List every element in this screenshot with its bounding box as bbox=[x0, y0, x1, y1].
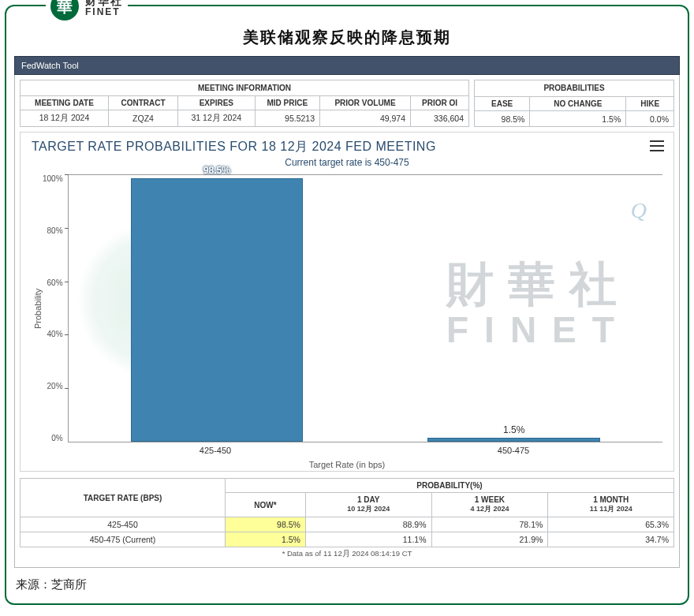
p-h-ease: EASE bbox=[475, 96, 530, 111]
chart-subtitle: Current target rate is 450-475 bbox=[32, 157, 662, 168]
p-ease: 98.5% bbox=[475, 111, 530, 127]
x-tick-label: 450-475 bbox=[364, 442, 662, 455]
bar-slot: 1.5% bbox=[365, 174, 662, 442]
page-title: 美联储观察反映的降息预期 bbox=[14, 27, 680, 48]
meeting-info-header: MEETING INFORMATION bbox=[21, 80, 469, 96]
ytick: 80% bbox=[47, 226, 63, 235]
probabilities-header: PROBABILITIES bbox=[475, 80, 674, 97]
pm-row-label: 425-450 bbox=[21, 517, 226, 532]
pm-col: 1 MONTH11 11月 2024 bbox=[548, 493, 674, 517]
pm-col-header: PROBABILITY(%) bbox=[226, 479, 674, 493]
pm-cell: 65.3% bbox=[548, 517, 674, 532]
meeting-info-table: MEETING INFORMATION MEETING DATE CONTRAC… bbox=[20, 80, 469, 127]
bar-value-label: 98.5% bbox=[203, 165, 230, 176]
ytick: 0% bbox=[51, 434, 62, 442]
pm-row-header: TARGET RATE (BPS) bbox=[21, 479, 226, 517]
bar-value-label: 1.5% bbox=[503, 424, 524, 435]
bars: 98.5%1.5% bbox=[69, 174, 662, 442]
logo-en: FINET bbox=[85, 7, 123, 17]
pm-row: 450-475 (Current)1.5%11.1%21.9%34.7% bbox=[21, 532, 674, 547]
y-axis-label: Probability bbox=[32, 174, 43, 442]
p-row: 98.5% 1.5% 0.0% bbox=[475, 111, 674, 127]
probabilities-table: PROBABILITIES EASE NO CHANGE HIKE 98.5% … bbox=[474, 80, 674, 127]
pm-cell: 11.1% bbox=[305, 532, 431, 547]
pm-col: 1 WEEK4 12月 2024 bbox=[431, 493, 548, 517]
x-axis-label: Target Rate (in bps) bbox=[32, 460, 662, 469]
chart-grid: 財華社 FINET Q 98.5%1.5% bbox=[68, 174, 662, 442]
tool-panel: MEETING INFORMATION MEETING DATE CONTRAC… bbox=[14, 75, 680, 568]
mi-pvol: 49,974 bbox=[320, 110, 411, 127]
mi-date: 18 12月 2024 bbox=[21, 110, 109, 127]
pm-row-label: 450-475 (Current) bbox=[21, 532, 226, 547]
mi-mid: 95.5213 bbox=[255, 110, 319, 127]
mi-poi: 336,604 bbox=[411, 110, 469, 127]
top-tables-row: MEETING INFORMATION MEETING DATE CONTRAC… bbox=[20, 80, 674, 127]
pm-cell: 1.5% bbox=[226, 532, 306, 547]
pm-cell: 34.7% bbox=[548, 532, 674, 547]
mi-h-mid: MID PRICE bbox=[255, 96, 319, 110]
pm-cell: 78.1% bbox=[431, 517, 548, 532]
pm-cell: 88.9% bbox=[305, 517, 431, 532]
logo-mark-icon: 華 bbox=[50, 0, 79, 21]
mi-row: 18 12月 2024 ZQZ4 31 12月 2024 95.5213 49,… bbox=[21, 110, 469, 127]
p-hike: 0.0% bbox=[626, 111, 674, 127]
mi-contract: ZQZ4 bbox=[108, 110, 177, 127]
mi-h-expires: EXPIRES bbox=[178, 96, 256, 110]
pm-row: 425-45098.5%88.9%78.1%65.3% bbox=[21, 517, 674, 532]
y-axis: 100% 80% 60% 40% 20% 0% bbox=[43, 174, 68, 442]
bar[interactable]: 98.5% bbox=[131, 178, 303, 442]
mi-h-poi: PRIOR OI bbox=[411, 96, 469, 110]
x-axis: 425-450450-475 bbox=[66, 442, 662, 455]
ytick: 60% bbox=[47, 278, 63, 287]
pm-col: 1 DAY10 12月 2024 bbox=[305, 493, 431, 517]
logo-text: 财华社 FINET bbox=[85, 0, 123, 17]
ytick: 20% bbox=[47, 382, 63, 390]
pm-cell: 21.9% bbox=[431, 532, 548, 547]
document-frame: 華 财华社 FINET 美联储观察反映的降息预期 FedWatch Tool M… bbox=[5, 5, 689, 605]
x-tick-label: 425-450 bbox=[66, 442, 364, 455]
tool-titlebar: FedWatch Tool bbox=[14, 56, 680, 75]
source-attribution: 来源：芝商所 bbox=[16, 577, 680, 592]
chart-title: TARGET RATE PROBABILITIES FOR 18 12月 202… bbox=[32, 139, 662, 155]
p-h-hike: HIKE bbox=[626, 96, 674, 111]
chart-box: TARGET RATE PROBABILITIES FOR 18 12月 202… bbox=[20, 132, 674, 472]
ytick: 40% bbox=[47, 330, 63, 338]
pm-cell: 98.5% bbox=[226, 517, 306, 532]
mi-h-pvol: PRIOR VOLUME bbox=[320, 96, 411, 110]
data-timestamp-note: * Data as of 11 12月 2024 08:14:19 CT bbox=[20, 549, 674, 559]
p-h-nochange: NO CHANGE bbox=[530, 96, 626, 111]
chart-menu-icon[interactable] bbox=[650, 140, 664, 151]
logo: 華 财华社 FINET bbox=[46, 0, 128, 21]
mi-h-contract: CONTRACT bbox=[108, 96, 177, 110]
probability-matrix-table: TARGET RATE (BPS) PROBABILITY(%) NOW*1 D… bbox=[20, 478, 674, 547]
bar-slot: 98.5% bbox=[69, 174, 366, 442]
pm-col: NOW* bbox=[226, 493, 306, 517]
mi-h-date: MEETING DATE bbox=[21, 96, 109, 110]
p-nochange: 1.5% bbox=[530, 111, 626, 127]
bar[interactable]: 1.5% bbox=[427, 438, 599, 442]
mi-expires: 31 12月 2024 bbox=[178, 110, 256, 127]
plot-area: Probability 100% 80% 60% 40% 20% 0% 財華社 … bbox=[32, 174, 662, 442]
ytick: 100% bbox=[43, 174, 63, 183]
